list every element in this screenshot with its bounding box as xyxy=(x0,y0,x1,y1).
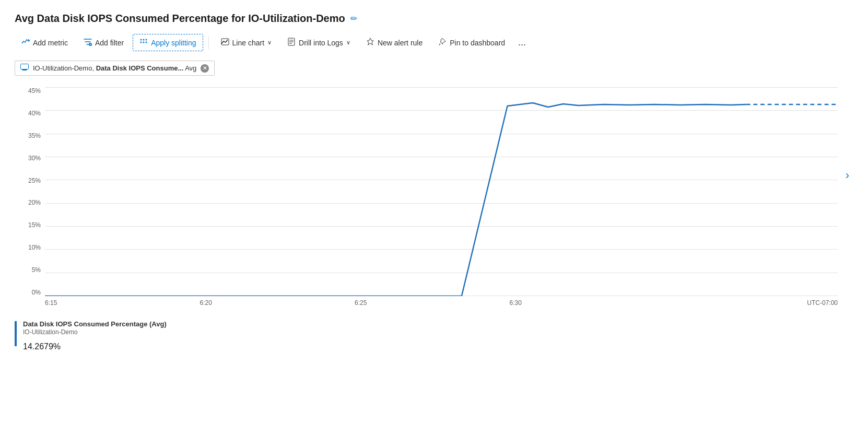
drill-logs-button[interactable]: Drill into Logs ∨ xyxy=(280,34,357,51)
pin-dashboard-label: Pin to dashboard xyxy=(450,39,505,47)
metric-name: Data Disk IOPS Consume... xyxy=(96,64,184,72)
x-label-630: 6:30 xyxy=(510,299,522,307)
line-chart-chevron: ∨ xyxy=(267,39,272,46)
drill-logs-icon xyxy=(287,38,296,48)
y-label-25: 25% xyxy=(20,177,45,184)
add-filter-button[interactable]: Add filter xyxy=(77,34,131,51)
legend-metric-name: Data Disk IOPS Consumed Percentage (Avg) xyxy=(23,320,167,328)
legend-resource-name: IO-Utilization-Demo xyxy=(23,328,167,336)
y-label-35: 35% xyxy=(20,132,45,139)
svg-point-10 xyxy=(146,42,147,43)
new-alert-rule-label: New alert rule xyxy=(378,39,423,47)
pin-icon xyxy=(438,38,447,48)
legend-value: 14.2679% xyxy=(23,337,167,353)
metric-agg: Avg xyxy=(185,64,196,72)
line-chart-label: Line chart xyxy=(232,39,264,47)
y-label-40: 40% xyxy=(20,110,45,117)
apply-splitting-icon xyxy=(139,38,148,48)
drill-logs-label: Drill into Logs xyxy=(299,39,343,47)
svg-point-5 xyxy=(140,39,142,41)
svg-line-16 xyxy=(439,44,440,45)
x-label-620: 6:20 xyxy=(200,299,212,307)
chart-area: 45% 40% 35% 30% 25% 20% 15% 10% 5% 0% xyxy=(20,87,838,312)
add-filter-label: Add filter xyxy=(95,39,124,47)
legend-value-number: 14.2679 xyxy=(23,342,53,351)
add-metric-button[interactable]: Add metric xyxy=(15,34,75,51)
svg-point-8 xyxy=(140,42,142,43)
chart-container: 45% 40% 35% 30% 25% 20% 15% 10% 5% 0% xyxy=(20,87,838,312)
svg-rect-17 xyxy=(21,64,29,69)
chart-svg xyxy=(45,87,838,296)
y-label-10: 10% xyxy=(20,244,45,251)
y-label-5: 5% xyxy=(20,266,45,274)
y-label-0: 0% xyxy=(20,289,45,296)
metric-resource: IO-Utilization-Demo xyxy=(33,64,92,72)
x-axis: 6:15 6:20 6:25 6:30 UTC-07:00 xyxy=(45,296,838,312)
line-chart-button[interactable]: Line chart ∨ xyxy=(214,34,278,51)
y-axis: 45% 40% 35% 30% 25% 20% 15% 10% 5% 0% xyxy=(20,87,45,312)
toolbar-sep-1 xyxy=(208,37,209,49)
apply-splitting-label: Apply splitting xyxy=(151,39,196,47)
toolbar: Add metric Add filter xyxy=(15,34,853,51)
metric-tag-text: IO-Utilization-Demo, Data Disk IOPS Cons… xyxy=(33,64,196,72)
legend-unit: % xyxy=(53,342,61,351)
y-label-20: 20% xyxy=(20,199,45,206)
vm-icon xyxy=(20,64,29,73)
svg-point-6 xyxy=(143,39,145,41)
svg-point-7 xyxy=(146,39,147,41)
metric-tag-close-button[interactable]: ✕ xyxy=(201,64,209,73)
chart-inner: 6:15 6:20 6:25 6:30 UTC-07:00 xyxy=(45,87,838,312)
legend-content: Data Disk IOPS Consumed Percentage (Avg)… xyxy=(23,320,167,353)
legend-color-bar xyxy=(15,321,17,346)
title-row: Avg Data Disk IOPS Consumed Percentage f… xyxy=(15,13,853,25)
x-label-utc: UTC-07:00 xyxy=(807,299,838,307)
y-label-45: 45% xyxy=(20,87,45,95)
new-alert-rule-button[interactable]: New alert rule xyxy=(359,34,429,51)
add-metric-label: Add metric xyxy=(33,39,68,47)
more-options-button[interactable]: ... xyxy=(514,35,530,50)
add-metric-icon xyxy=(21,38,30,48)
new-alert-icon xyxy=(366,38,374,48)
x-label-615: 6:15 xyxy=(45,299,57,307)
main-page: Avg Data Disk IOPS Consumed Percentage f… xyxy=(0,0,868,436)
y-label-30: 30% xyxy=(20,155,45,162)
drill-logs-chevron: ∨ xyxy=(346,39,350,46)
y-label-15: 15% xyxy=(20,221,45,229)
apply-splitting-button[interactable]: Apply splitting xyxy=(133,34,203,51)
svg-point-9 xyxy=(143,42,145,43)
x-label-625: 6:25 xyxy=(355,299,367,307)
page-title: Avg Data Disk IOPS Consumed Percentage f… xyxy=(15,13,345,25)
chevron-right-button[interactable]: › xyxy=(846,169,849,182)
legend-area: Data Disk IOPS Consumed Percentage (Avg)… xyxy=(15,320,853,353)
chart-line-solid xyxy=(45,103,746,296)
edit-icon[interactable]: ✏ xyxy=(350,14,357,23)
pin-dashboard-button[interactable]: Pin to dashboard xyxy=(431,34,512,51)
line-chart-icon xyxy=(221,38,229,48)
add-filter-icon xyxy=(84,38,92,48)
more-options-label: ... xyxy=(518,37,526,48)
metric-tag: IO-Utilization-Demo, Data Disk IOPS Cons… xyxy=(15,61,215,76)
